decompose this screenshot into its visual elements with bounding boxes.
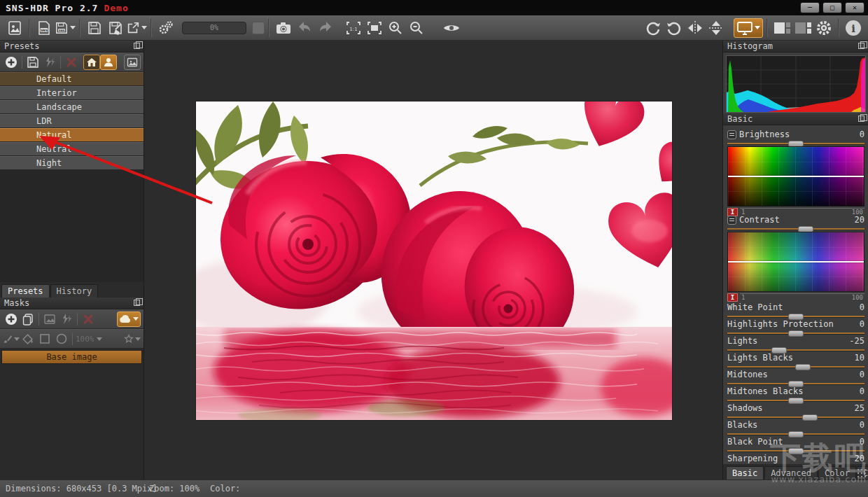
add-mask-icon[interactable] [3,312,20,327]
preset-thumbnails-icon[interactable] [124,55,141,70]
brush-options-icon[interactable] [14,337,20,341]
zoom-1to1-icon[interactable]: 1:1 [343,18,364,38]
contrast-slider[interactable] [727,226,864,232]
tab-color[interactable]: Color [818,466,856,479]
histogram-undock-icon[interactable] [858,43,864,49]
photo-roses[interactable] [196,102,672,420]
save-as-icon[interactable] [105,18,126,38]
brush-tool-icon[interactable] [3,331,20,346]
midtones-slider[interactable] [727,381,864,386]
ellipse-select-icon[interactable] [53,331,70,346]
zoom-in-icon[interactable] [385,18,406,38]
duplicate-mask-icon[interactable] [20,312,36,327]
white-point-slider[interactable] [727,314,864,319]
display-mode-button[interactable] [734,18,763,38]
info-icon[interactable]: i [843,18,864,38]
brightness-slider[interactable] [727,141,864,146]
process-gears-icon[interactable] [155,18,176,38]
rect-select-icon[interactable] [36,331,53,346]
close-button[interactable]: ✕ [845,2,864,13]
shadows-slider[interactable] [727,414,864,420]
maximize-button[interactable]: □ [822,2,842,13]
mask-image-icon[interactable] [41,312,58,327]
midtones-blacks-slider[interactable] [727,398,864,403]
favorites-star-icon[interactable] [124,331,141,346]
slider-value: 0 [860,302,864,312]
basic-panel-content: Brightness 0 I 1 100 Contrast 20 [723,125,868,479]
tab-presets[interactable]: Presets [1,284,50,298]
save-sns-dropdown-icon[interactable] [70,26,76,29]
refresh-preset-icon[interactable] [41,55,58,70]
save-icon[interactable] [84,18,105,38]
add-preset-icon[interactable] [3,55,20,70]
tab-basic[interactable]: Basic [726,466,764,479]
demo-badge: Demo [104,3,128,13]
brightness-options-icon[interactable] [727,130,736,139]
preset-item-neutral[interactable]: Neutral [0,142,144,155]
tab-advanced[interactable]: Advanced [764,466,818,479]
preset-item-interior[interactable]: Interior [0,86,144,99]
stop-button[interactable] [252,22,265,34]
delete-mask-icon[interactable] [80,312,97,327]
favorites-dropdown-icon[interactable] [135,337,141,341]
save-preset-icon[interactable] [24,55,41,70]
export-dropdown-icon[interactable] [141,26,147,29]
range-i-badge[interactable]: I [727,293,738,302]
slider-value: 20 [855,215,864,225]
slider-label: Contrast [739,215,780,225]
resize-grip[interactable] [857,468,867,478]
mask-type-dropdown-icon[interactable] [133,317,139,321]
undo-icon[interactable] [294,18,315,38]
open-sns-file-icon[interactable]: SNS [34,18,55,38]
layout-panels-right-icon[interactable] [792,18,813,38]
tone-curve-line [728,176,864,177]
black-point-slider[interactable] [727,448,864,454]
brightness-gradient-widget[interactable] [727,146,864,206]
slider-row-shadows: Shadows 25 [727,403,864,420]
status-dimensions: Dimensions: 680x453 [0.3 Mpix] [6,484,158,493]
minimize-button[interactable]: ─ [800,2,820,13]
slider-label: Brightness [739,130,790,139]
mask-type-cloud-button[interactable] [117,312,141,327]
zoom-out-icon[interactable] [406,18,427,38]
slider-row-highlights-protection: Highlights Protection 0 [727,319,864,336]
settings-gear-icon[interactable] [813,18,834,38]
rotate-cw-icon[interactable] [643,18,664,38]
rotate-ccw-icon[interactable] [664,18,685,38]
masks-undock-icon[interactable] [134,300,140,306]
slider-label: Sharpening [727,454,778,463]
open-images-icon[interactable] [4,18,25,38]
preset-item-natural[interactable]: Natural [0,128,144,141]
contrast-gradient-widget[interactable] [727,232,864,292]
display-mode-dropdown-icon[interactable] [755,26,760,29]
flip-horizontal-icon[interactable] [685,18,706,38]
layout-panels-left-icon[interactable] [771,18,792,38]
fit-to-window-icon[interactable] [364,18,385,38]
export-icon[interactable] [126,18,147,38]
highlights-protection-slider[interactable] [727,330,864,336]
preset-item-landscape[interactable]: Landscape [0,100,144,113]
fill-tool-icon[interactable] [20,331,36,346]
contrast-options-icon[interactable] [727,216,736,225]
preset-item-default[interactable]: Default [0,72,144,85]
lights-blacks-slider[interactable] [727,364,864,370]
refresh-mask-icon[interactable] [58,312,75,327]
preview-eye-icon[interactable] [441,18,462,38]
builtin-presets-icon[interactable] [83,55,100,70]
tab-history[interactable]: History [50,284,99,298]
redo-icon[interactable] [315,18,336,38]
preset-item-ldr[interactable]: LDR [0,114,144,127]
user-presets-icon[interactable] [100,55,117,70]
mask-item-base-image[interactable]: Base image [1,350,142,364]
basic-undock-icon[interactable] [858,115,864,122]
blacks-slider[interactable] [727,431,864,437]
delete-preset-icon[interactable] [63,55,80,70]
mask-opacity-dropdown-icon[interactable] [97,337,102,341]
snapshot-camera-icon[interactable] [273,18,294,38]
mask-opacity-value[interactable]: 100% [76,335,94,344]
flip-vertical-icon[interactable] [706,18,727,38]
lights-slider[interactable] [727,347,864,353]
save-sns-file-icon[interactable]: SNS [55,18,76,38]
preset-item-night[interactable]: Night [0,156,144,169]
presets-undock-icon[interactable] [134,43,140,49]
